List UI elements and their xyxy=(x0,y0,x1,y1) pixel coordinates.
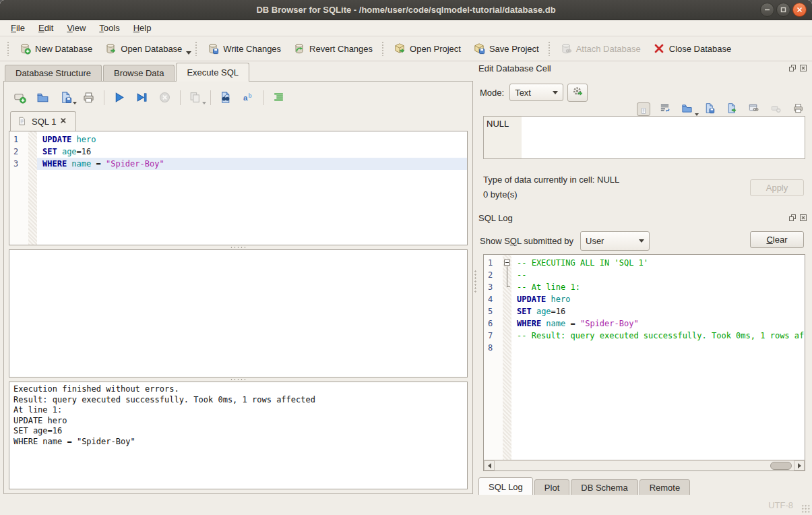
export-cell-icon[interactable] xyxy=(726,102,739,116)
format-sql-icon[interactable]: ab xyxy=(242,91,255,104)
log-line-numbers: 12345678 xyxy=(484,255,503,460)
log-filter-label: Show SQL submitted by xyxy=(480,236,573,246)
menu-view[interactable]: View xyxy=(60,21,92,35)
toolbar-separator xyxy=(180,90,181,105)
fold-marker[interactable] xyxy=(503,257,511,269)
toolbar-separator xyxy=(195,41,198,56)
svg-text:b: b xyxy=(249,92,252,99)
pane-splitter[interactable] xyxy=(474,270,477,294)
menu-tools[interactable]: Tools xyxy=(92,21,126,35)
float-panel-icon[interactable] xyxy=(788,64,797,72)
menu-edit[interactable]: Edit xyxy=(32,21,60,35)
line-number: 2 xyxy=(488,269,503,281)
revert-changes-button[interactable]: Revert Changes xyxy=(287,39,379,58)
execute-line-icon[interactable] xyxy=(135,91,149,104)
new-sql-tab-icon[interactable] xyxy=(13,91,27,104)
write-changes-button[interactable]: Write Changes xyxy=(201,39,287,58)
bottom-tab-remote[interactable]: Remote xyxy=(639,479,691,495)
attach-database-icon xyxy=(560,42,572,55)
execute-sql-panel: ab SQL 1 123 UPDATE heroSET age=16WHERE … xyxy=(3,81,473,494)
word-wrap-icon[interactable] xyxy=(659,102,673,116)
window-title: DB Browser for SQLite - /home/user/code/… xyxy=(256,5,555,15)
clear-log-button[interactable]: Clear xyxy=(750,231,804,248)
bottom-tab-sql-log[interactable]: SQL Log xyxy=(478,477,533,495)
scroll-left-icon[interactable] xyxy=(484,460,495,471)
left-pane: Database StructureBrowse DataExecute SQL… xyxy=(3,63,473,494)
results-grid[interactable] xyxy=(9,249,468,377)
line-number: 2 xyxy=(13,146,28,158)
print-cell-icon[interactable] xyxy=(792,102,806,116)
cell-mode-row: Mode: Text xyxy=(480,82,807,102)
cell-value-editor[interactable]: NULL xyxy=(483,116,805,159)
tab-browse-data[interactable]: Browse Data xyxy=(103,65,175,82)
attach-database-button[interactable]: Attach Database xyxy=(554,39,647,58)
tab-close-icon[interactable] xyxy=(60,117,69,126)
fold-marker xyxy=(503,281,511,293)
import-cell-icon[interactable] xyxy=(681,102,695,116)
log-horizontal-scrollbar[interactable] xyxy=(484,460,805,471)
menu-file[interactable]: File xyxy=(4,21,32,35)
log-filter-select[interactable]: User xyxy=(580,231,650,251)
save-project-button[interactable]: Save Project xyxy=(467,39,545,58)
new-database-button[interactable]: New Database xyxy=(13,39,98,58)
code-line: -- At line 1: xyxy=(511,281,805,293)
open-sql-file-icon[interactable] xyxy=(36,91,50,104)
close-button[interactable] xyxy=(792,3,807,17)
stop-icon[interactable] xyxy=(158,91,172,104)
apply-button[interactable]: Apply xyxy=(750,179,804,196)
open-in-app-icon[interactable] xyxy=(748,102,761,116)
scrollbar-thumb[interactable] xyxy=(770,462,792,470)
set-null-icon[interactable] xyxy=(770,102,784,116)
resize-grip[interactable] xyxy=(801,504,810,513)
bottom-tab-plot[interactable]: Plot xyxy=(534,479,569,495)
line-number: 7 xyxy=(488,330,503,342)
log-filter-value: User xyxy=(586,236,604,246)
scrollbar-track[interactable] xyxy=(495,460,794,471)
toolbar-group: Attach DatabaseClose Database xyxy=(554,39,738,58)
save-sql-file-icon[interactable] xyxy=(59,91,73,104)
copy-results-icon[interactable] xyxy=(189,91,202,104)
maximize-button[interactable] xyxy=(776,3,790,17)
sql-log-view[interactable]: 12345678 -- EXECUTING ALL IN 'SQL 1'----… xyxy=(483,254,805,471)
mode-select[interactable]: Text xyxy=(509,84,563,101)
open-project-button[interactable]: Open Project xyxy=(387,39,467,58)
toolbar-button-label: Attach Database xyxy=(576,44,641,54)
print-icon[interactable] xyxy=(82,91,96,104)
scroll-right-icon[interactable] xyxy=(794,460,805,471)
menubar: FileEditViewToolsHelp xyxy=(0,20,812,36)
float-panel-icon[interactable] xyxy=(788,214,797,222)
main-toolbar: New DatabaseOpen DatabaseWrite ChangesRe… xyxy=(0,36,812,61)
find-icon[interactable] xyxy=(219,91,232,104)
toolbar-separator xyxy=(548,41,551,56)
text-view-icon[interactable] xyxy=(637,102,650,116)
auto-switch-mode-button[interactable] xyxy=(567,84,588,102)
close-database-button[interactable]: Close Database xyxy=(647,39,738,58)
bottom-tab-db-schema[interactable]: DB Schema xyxy=(571,479,637,495)
open-database-button[interactable]: Open Database xyxy=(98,39,188,58)
save-as-icon[interactable] xyxy=(704,102,717,116)
tab-execute-sql[interactable]: Execute SQL xyxy=(176,63,249,82)
chevron-down-icon[interactable] xyxy=(185,42,192,55)
execute-all-icon[interactable] xyxy=(113,91,126,104)
toggle-results-icon[interactable] xyxy=(272,91,286,104)
sql-file-tab[interactable]: SQL 1 xyxy=(10,111,76,131)
toolbar-button-label: Open Project xyxy=(410,44,461,54)
menu-help[interactable]: Help xyxy=(127,21,158,35)
code-line: -- xyxy=(511,269,805,281)
execution-message-area[interactable]: Execution finished without errors. Resul… xyxy=(9,382,468,489)
sql-tab-label: SQL 1 xyxy=(32,117,56,127)
encoding-indicator[interactable]: UTF-8 xyxy=(768,500,793,510)
titlebar[interactable]: DB Browser for SQLite - /home/user/code/… xyxy=(0,0,812,20)
mode-label: Mode: xyxy=(480,88,504,98)
toolbar-button-label: Open Database xyxy=(121,44,182,54)
line-number: 8 xyxy=(488,342,503,354)
cell-value: NULL xyxy=(487,119,509,129)
close-panel-icon[interactable] xyxy=(799,64,807,72)
sql-editor[interactable]: 123 UPDATE heroSET age=16WHERE name = "S… xyxy=(9,131,468,245)
close-panel-icon[interactable] xyxy=(799,214,807,222)
statusbar: UTF-8 xyxy=(0,495,812,515)
minimize-button[interactable] xyxy=(760,3,774,17)
tab-database-structure[interactable]: Database Structure xyxy=(5,65,102,82)
code-line: WHERE name = "Spider-Boy" xyxy=(511,317,805,330)
editor-code[interactable]: UPDATE heroSET age=16WHERE name = "Spide… xyxy=(37,131,467,245)
